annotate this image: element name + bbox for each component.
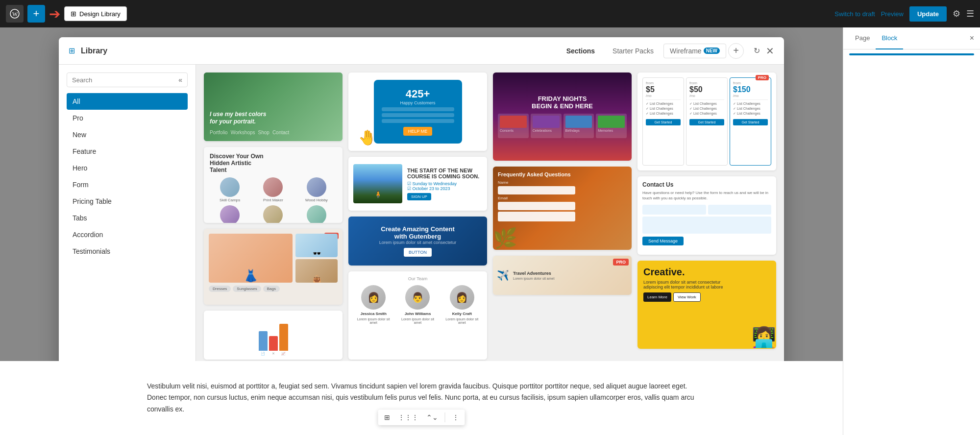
card-faq[interactable]: Frequently Asked Questions 🌿 Name	[493, 167, 632, 250]
right-panel-indicator	[849, 53, 974, 55]
search-box: «	[67, 72, 188, 87]
add-block-button[interactable]: +	[27, 5, 45, 23]
toolbar-bottom: ⊞ ⋮⋮⋮ ⌃⌄ ⋮	[378, 410, 465, 425]
view-work-button[interactable]: View Work	[673, 292, 701, 302]
card-fashion[interactable]: PRO 👗 🕶️	[204, 229, 343, 305]
arrow-indicator: ➔ ⊞ Design Library	[49, 6, 127, 22]
sidebar-item-new[interactable]: New	[67, 126, 188, 143]
sidebar-item-feature[interactable]: Feature	[67, 143, 188, 160]
get-started-standard[interactable]: Get Started	[689, 119, 724, 125]
faq-email-input[interactable]	[498, 202, 575, 210]
sidebar-item-all[interactable]: All	[67, 93, 188, 110]
card-artist[interactable]: Discover Your OwnHidden ArtisticTalent S…	[204, 147, 343, 223]
top-bar-right: Switch to draft Preview Update ⚙ ☰	[834, 6, 974, 22]
contact-message-input	[642, 217, 771, 234]
close-library-button[interactable]: ✕	[766, 45, 774, 57]
preview-button[interactable]: Preview	[881, 10, 904, 18]
design-library-button[interactable]: ⊞ Design Library	[64, 6, 127, 21]
grid-col-2: 🤚 425+ Happy Customers HELP ME	[348, 72, 487, 360]
plant-icon: 🌿	[493, 227, 517, 250]
faq-name-input[interactable]	[498, 186, 575, 194]
card-course[interactable]: 🧍 THE START OF THE NEWCOURSE IS COMING S…	[348, 157, 487, 211]
send-message-button[interactable]: Send Message	[642, 237, 684, 245]
course-image: 🧍	[353, 164, 402, 203]
toolbar-chevrons-button[interactable]: ⌃⌄	[424, 411, 440, 423]
close-right-panel-button[interactable]: ×	[970, 34, 974, 43]
gutenberg-button[interactable]: BUTTON	[404, 248, 432, 257]
creative-illustration: 👩‍💻	[752, 326, 776, 349]
card-cleaning[interactable]: 🤚 425+ Happy Customers HELP ME	[348, 72, 487, 151]
menu-button[interactable]: ☰	[966, 8, 974, 19]
tab-sections[interactable]: Sections	[559, 43, 603, 59]
sidebar-item-testimonials[interactable]: Testimonials	[67, 243, 188, 260]
contact-email-input	[708, 205, 772, 215]
sidebar-item-hero[interactable]: Hero	[67, 160, 188, 176]
price-col-basic: from $5 /mo ✓ List Challenges ✓ List Cha…	[642, 77, 684, 166]
card-creative[interactable]: Creative. Lorem ipsum dolor sit amet con…	[637, 261, 776, 349]
team-member-3: 👩 Kelly Craft Lorem ipsum dolor sit amet	[442, 285, 482, 324]
sidebar-item-accordion[interactable]: Accordion	[67, 226, 188, 243]
tab-wireframe[interactable]: Wireframe NEW	[663, 44, 726, 58]
get-started-enterprise[interactable]: Get Started	[733, 119, 768, 125]
grid-col-4: from $5 /mo ✓ List Challenges ✓ List Cha…	[637, 72, 776, 360]
sidebar-item-tabs[interactable]: Tabs	[67, 210, 188, 226]
get-started-basic[interactable]: Get Started	[646, 119, 681, 125]
sidebar-item-pricing-table[interactable]: Pricing Table	[67, 193, 188, 210]
card-team[interactable]: Our Team 👩 Jessica Smith Lorem ipsum dol…	[348, 271, 487, 360]
learn-more-button[interactable]: Learn More	[643, 292, 671, 302]
card-pro-landscape[interactable]: PRO ✈️ Travel Adventures Lorem ipsum dol…	[493, 256, 632, 295]
card-contact[interactable]: Contact Us Have questions or need help? …	[637, 176, 776, 255]
collapse-sidebar-button[interactable]: «	[178, 76, 182, 84]
wp-logo: W	[6, 5, 24, 23]
team-grid: 👩 Jessica Smith Lorem ipsum dolor sit am…	[353, 285, 482, 324]
chart-bar-orange: 📈	[279, 324, 288, 356]
chart-bar-red: ✕	[269, 336, 278, 356]
search-input[interactable]	[72, 76, 178, 84]
svg-text:W: W	[12, 11, 18, 18]
sidebar-item-pro[interactable]: Pro	[67, 110, 188, 126]
card-pricing[interactable]: from $5 /mo ✓ List Challenges ✓ List Cha…	[637, 72, 776, 170]
pro-badge: PRO	[613, 259, 629, 266]
top-bar: W + ➔ ⊞ Design Library Switch to draft P…	[0, 0, 980, 27]
sidebar-item-form[interactable]: Form	[67, 176, 188, 193]
grid-col-3: FRIDAY NIGHTSBEGIN & END HERE Concerts	[493, 72, 632, 360]
refresh-button[interactable]: ↻	[754, 46, 760, 55]
toolbar-layout-button[interactable]: ⊞	[382, 411, 392, 423]
right-panel-tabs: Page Block ×	[843, 27, 980, 49]
team-member-1: 👩 Jessica Smith Lorem ipsum dolor sit am…	[353, 285, 393, 324]
contact-title: Contact Us	[642, 181, 771, 188]
new-badge: NEW	[704, 48, 720, 54]
card-concerts[interactable]: FRIDAY NIGHTSBEGIN & END HERE Concerts	[493, 72, 632, 161]
concerts-title: FRIDAY NIGHTSBEGIN & END HERE	[532, 95, 593, 110]
tab-page[interactable]: Page	[849, 27, 876, 49]
switch-draft-button[interactable]: Switch to draft	[834, 10, 875, 18]
update-button[interactable]: Update	[909, 6, 947, 22]
main-content: ⊞ Library Sections Starter Packs Wirefra…	[0, 27, 843, 435]
grid-columns: I use my best colorsfor your portrait. P…	[204, 72, 776, 360]
gutenberg-title: Create Amazing Contentwith Gutenberg	[379, 225, 457, 240]
creative-title: Creative.	[643, 266, 770, 278]
right-panel-scroll	[843, 49, 980, 435]
library-icon: ⊞	[69, 46, 75, 55]
add-tab-button[interactable]: +	[728, 43, 744, 59]
price-col-standard: from $50 /mo ✓ List Challenges ✓ List Ch…	[686, 77, 728, 166]
toolbar-dots-button[interactable]: ⋮⋮⋮	[396, 411, 420, 423]
editor-area: ⊞ Library Sections Starter Packs Wirefra…	[0, 27, 980, 435]
hand-icon: 🤚	[358, 129, 376, 146]
toolbar-menu-button[interactable]: ⋮	[450, 411, 461, 423]
concerts-grid: Concerts Celebrations	[498, 114, 627, 138]
faq-title: Frequently Asked Questions	[498, 171, 627, 177]
team-member-2: 👨 John Williams Lorem ipsum dolor sit am…	[397, 285, 438, 324]
contact-subtitle: Have questions or need help? Use the for…	[642, 190, 771, 201]
tab-block[interactable]: Block	[876, 27, 903, 49]
price-col-enterprise: PRO from $150 /mo ✓ List Challenges ✓ Li…	[730, 77, 771, 166]
tab-starter-packs[interactable]: Starter Packs	[605, 43, 662, 59]
card-gutenberg[interactable]: Create Amazing Contentwith Gutenberg Lor…	[348, 217, 487, 266]
settings-button[interactable]: ⚙	[953, 8, 960, 19]
help-me-button[interactable]: HELP ME	[403, 127, 432, 136]
card-chart[interactable]: 📄 ✕ 📈	[204, 311, 343, 360]
library-tabs: Sections Starter Packs Wireframe NEW +	[559, 43, 744, 59]
design-library-icon: ⊞	[71, 10, 76, 18]
card-portfolio[interactable]: I use my best colorsfor your portrait. P…	[204, 72, 343, 141]
portfolio-text: I use my best colorsfor your portrait.	[210, 111, 337, 126]
